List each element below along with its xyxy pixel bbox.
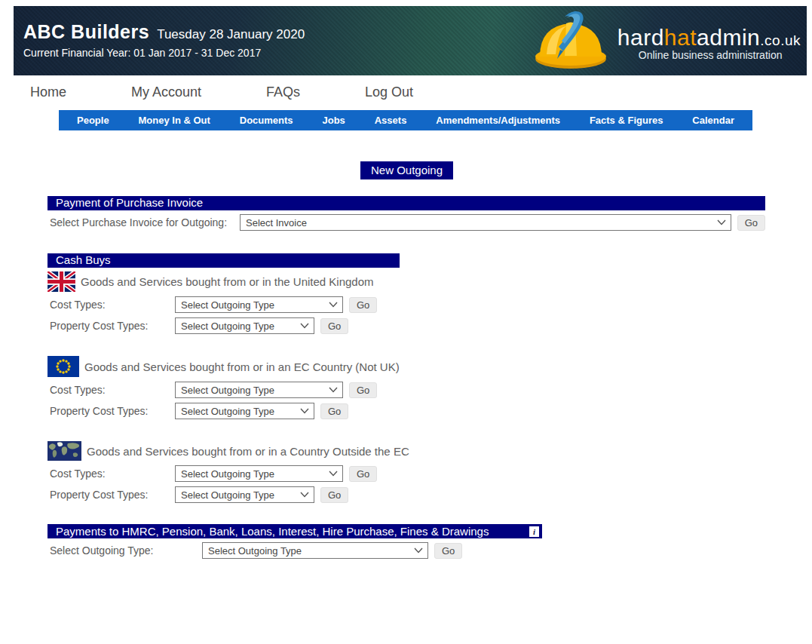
cost-types-label: Cost Types: bbox=[50, 468, 175, 480]
invoice-go-button[interactable]: Go bbox=[737, 215, 765, 231]
chevron-down-icon bbox=[329, 387, 338, 393]
hard-hat-quill-icon bbox=[530, 9, 614, 77]
logo-tagline: Online business administration bbox=[639, 49, 801, 61]
section-title: Cash Buys bbox=[47, 253, 400, 268]
top-nav: Home My Account FAQs Log Out bbox=[0, 75, 812, 109]
ec-property-cost-types-select[interactable]: Select Outgoing Type bbox=[175, 403, 314, 419]
cost-types-label: Cost Types: bbox=[50, 384, 175, 396]
property-cost-types-label: Property Cost Types: bbox=[50, 320, 175, 332]
top-nav-faqs[interactable]: FAQs bbox=[266, 84, 300, 100]
outside-ec-property-cost-types-select[interactable]: Select Outgoing Type bbox=[175, 486, 314, 503]
outside-ec-cost-types-go-button[interactable]: Go bbox=[349, 466, 377, 482]
group-heading: Goods and Services bought from or in an … bbox=[84, 360, 400, 373]
outside-ec-cost-types-select[interactable]: Select Outgoing Type bbox=[175, 465, 343, 482]
ec-cost-types-select[interactable]: Select Outgoing Type bbox=[175, 382, 343, 398]
outgoing-type-go-button[interactable]: Go bbox=[434, 543, 462, 559]
section-title: Payment of Purchase Invoice bbox=[47, 196, 765, 210]
main-nav: People Money In & Out Documents Jobs Ass… bbox=[59, 110, 752, 130]
chevron-down-icon bbox=[329, 471, 338, 477]
section-cash-buys: Cash Buys Goods and Services bought from… bbox=[47, 253, 765, 503]
uk-property-cost-types-select[interactable]: Select Outgoing Type bbox=[175, 317, 314, 334]
top-nav-log-out[interactable]: Log Out bbox=[365, 84, 413, 100]
section-payments-hmrc: Payments to HMRC, Pension, Bank, Loans, … bbox=[47, 524, 765, 559]
nav-assets[interactable]: Assets bbox=[375, 115, 407, 126]
section-title: Payments to HMRC, Pension, Bank, Loans, … bbox=[56, 525, 489, 538]
property-cost-types-label: Property Cost Types: bbox=[50, 489, 175, 501]
logo-wordmark: hardhatadmin.co.uk bbox=[617, 25, 801, 51]
outside-ec-property-cost-types-go-button[interactable]: Go bbox=[320, 487, 348, 503]
section-payment-of-purchase-invoice: Payment of Purchase Invoice Select Purch… bbox=[47, 196, 765, 231]
nav-jobs[interactable]: Jobs bbox=[322, 115, 345, 126]
logo-part-hard: hard bbox=[617, 25, 664, 50]
chevron-down-icon bbox=[300, 323, 309, 329]
select-value: Select Outgoing Type bbox=[181, 406, 274, 417]
select-value: Select Outgoing Type bbox=[208, 545, 302, 557]
current-date: Tuesday 28 January 2020 bbox=[157, 27, 305, 42]
group-heading: Goods and Services bought from or in a C… bbox=[87, 445, 409, 458]
select-value: Select Outgoing Type bbox=[181, 489, 274, 501]
eu-flag-icon bbox=[47, 356, 79, 377]
uk-cost-types-select[interactable]: Select Outgoing Type bbox=[175, 296, 343, 313]
chevron-down-icon bbox=[717, 219, 726, 225]
cash-buys-group-uk: Goods and Services bought from or in the… bbox=[47, 271, 765, 334]
invoice-select-label: Select Purchase Invoice for Outgoing: bbox=[50, 216, 240, 228]
ec-cost-types-go-button[interactable]: Go bbox=[349, 382, 377, 398]
nav-money-in-out[interactable]: Money In & Out bbox=[139, 115, 210, 126]
top-nav-home[interactable]: Home bbox=[30, 84, 66, 100]
group-heading: Goods and Services bought from or in the… bbox=[81, 275, 374, 288]
property-cost-types-label: Property Cost Types: bbox=[50, 405, 175, 417]
nav-facts-figures[interactable]: Facts & Figures bbox=[590, 115, 663, 126]
invoice-select-value: Select Invoice bbox=[246, 217, 307, 228]
hardhatadmin-logo[interactable]: hardhatadmin.co.uk Online business admin… bbox=[530, 9, 801, 77]
top-nav-my-account[interactable]: My Account bbox=[131, 84, 201, 100]
logo-part-admin: admin bbox=[697, 25, 760, 50]
outgoing-type-label: Select Outgoing Type: bbox=[50, 544, 202, 557]
select-value: Select Outgoing Type bbox=[181, 299, 274, 311]
uk-cost-types-go-button[interactable]: Go bbox=[349, 297, 377, 313]
invoice-select[interactable]: Select Invoice bbox=[240, 214, 731, 231]
select-value: Select Outgoing Type bbox=[181, 385, 274, 396]
site-header: ABC Builders Tuesday 28 January 2020 Cur… bbox=[14, 6, 807, 75]
world-map-icon bbox=[47, 441, 81, 461]
info-icon[interactable]: i bbox=[529, 526, 539, 537]
cash-buys-group-ec: Goods and Services bought from or in an … bbox=[47, 356, 765, 419]
company-name: ABC Builders bbox=[23, 21, 149, 43]
nav-documents[interactable]: Documents bbox=[240, 115, 293, 126]
cost-types-label: Cost Types: bbox=[50, 299, 175, 311]
select-value: Select Outgoing Type bbox=[181, 468, 274, 480]
nav-amendments-adjustments[interactable]: Amendments/Adjustments bbox=[436, 115, 560, 126]
outgoing-type-select[interactable]: Select Outgoing Type bbox=[202, 542, 428, 559]
cash-buys-group-outside-ec: Goods and Services bought from or in a C… bbox=[47, 441, 765, 503]
ec-property-cost-types-go-button[interactable]: Go bbox=[320, 403, 348, 419]
chevron-down-icon bbox=[329, 302, 338, 308]
nav-calendar[interactable]: Calendar bbox=[692, 115, 734, 126]
logo-part-couk: .co.uk bbox=[760, 32, 801, 48]
select-value: Select Outgoing Type bbox=[181, 320, 274, 332]
uk-property-cost-types-go-button[interactable]: Go bbox=[320, 318, 348, 334]
uk-flag-icon bbox=[47, 271, 75, 292]
chevron-down-icon bbox=[300, 408, 309, 414]
new-outgoing-title: New Outgoing bbox=[360, 161, 453, 179]
chevron-down-icon bbox=[414, 547, 423, 554]
chevron-down-icon bbox=[300, 492, 309, 498]
logo-part-hat: hat bbox=[664, 25, 697, 50]
nav-people[interactable]: People bbox=[77, 115, 109, 126]
